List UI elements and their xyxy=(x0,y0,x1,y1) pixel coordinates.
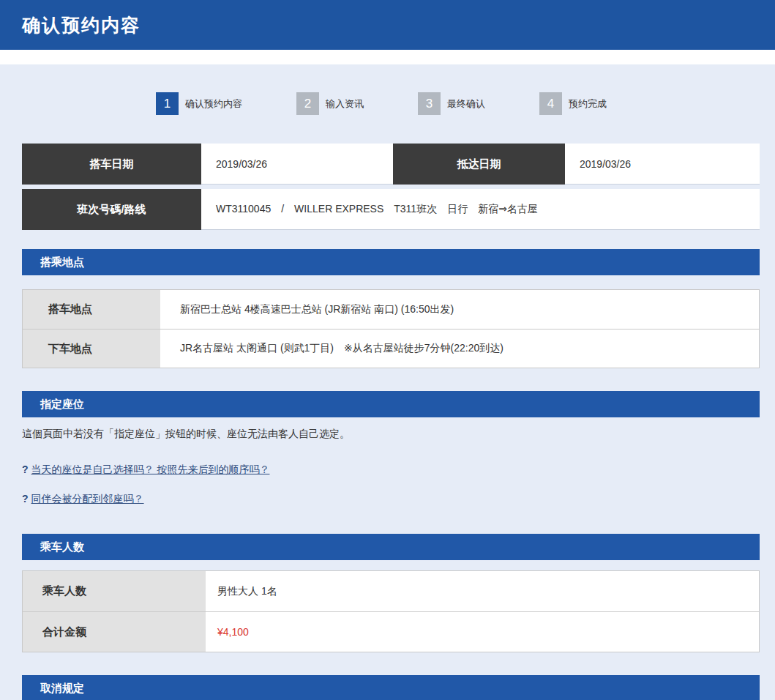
boarding-point-label-cell: 搭车地点 xyxy=(23,290,160,329)
step-3-label: 最终确认 xyxy=(447,97,485,111)
boarding-table: 搭车地点 新宿巴士总站 4楼高速巴士总站 (JR新宿站 南口) (16:50出发… xyxy=(22,289,760,368)
faq-link-companion-seat[interactable]: 同伴会被分配到邻座吗？ xyxy=(31,493,144,504)
faq-link-seat-choice[interactable]: 当天的座位是自己选择吗？ 按照先来后到的顺序吗？ xyxy=(31,463,270,475)
dropoff-point-value: JR名古屋站 太阁通口 (则武1丁目) ※从名古屋站徒步7分钟(22:20到达) xyxy=(160,329,759,368)
header-divider xyxy=(0,50,775,64)
step-4-label: 预约完成 xyxy=(569,97,607,111)
main-content: 1 确认预约内容 2 输入资讯 3 最终确认 4 预约完成 搭车日期 2019/… xyxy=(22,92,760,700)
passenger-count-value: 男性大人 1名 xyxy=(206,571,759,611)
table-row: 乘车人数 男性大人 1名 xyxy=(23,571,759,611)
dropoff-point-label-cell: 下车地点 xyxy=(23,329,160,368)
boarding-section-header: 搭乘地点 xyxy=(22,249,760,275)
total-amount-value: ¥4,100 xyxy=(206,612,759,652)
table-row: 合计金额 ¥4,100 xyxy=(23,611,759,652)
step-2-input-info: 2 输入资讯 xyxy=(296,92,364,115)
passengers-section-header: 乘车人数 xyxy=(22,534,760,560)
step-2-number: 2 xyxy=(296,92,319,115)
ride-date-label-cell: 搭车日期 xyxy=(22,144,201,185)
page-title: 确认预约内容 xyxy=(22,13,141,37)
faq-line-companion-seat: ?同伴会被分配到邻座吗？ xyxy=(22,493,760,506)
route-value: WT3110045 / WILLER EXPRESS T311班次 日行 新宿⇒… xyxy=(201,189,760,230)
question-mark-icon: ? xyxy=(22,493,29,504)
boarding-point-value: 新宿巴士总站 4楼高速巴士总站 (JR新宿站 南口) (16:50出发) xyxy=(160,290,759,329)
step-4-complete: 4 预约完成 xyxy=(539,92,607,115)
passenger-count-label-cell: 乘车人数 xyxy=(23,571,206,611)
seat-section-header: 指定座位 xyxy=(22,391,760,417)
passengers-table: 乘车人数 男性大人 1名 合计金额 ¥4,100 xyxy=(22,570,760,652)
total-amount-label-cell: 合计金额 xyxy=(23,612,206,652)
step-1-confirm: 1 确认预约内容 xyxy=(156,92,242,115)
step-1-number: 1 xyxy=(156,92,179,115)
step-3-final-confirm: 3 最终确认 xyxy=(418,92,485,115)
faq-line-seat-choice: ?当天的座位是自己选择吗？ 按照先来后到的顺序吗？ xyxy=(22,463,760,477)
step-4-number: 4 xyxy=(539,92,562,115)
table-row: 搭车日期 2019/03/26 抵达日期 2019/03/26 xyxy=(22,144,760,185)
route-label-cell: 班次号碼/路线 xyxy=(22,189,201,230)
table-row: 下车地点 JR名古屋站 太阁通口 (则武1丁目) ※从名古屋站徒步7分钟(22:… xyxy=(23,329,759,368)
table-row: 班次号碼/路线 WT3110045 / WILLER EXPRESS T311班… xyxy=(22,189,760,230)
step-3-number: 3 xyxy=(418,92,441,115)
step-1-label: 确认预约内容 xyxy=(185,97,242,111)
cancel-section-header: 取消规定 xyxy=(22,675,760,700)
step-2-label: 输入资讯 xyxy=(326,97,364,111)
question-mark-icon: ? xyxy=(22,463,29,475)
table-row: 搭车地点 新宿巴士总站 4楼高速巴士总站 (JR新宿站 南口) (16:50出发… xyxy=(23,290,759,329)
seat-note-text: 這個頁面中若没有「指定座位」按钮的时候、座位无法由客人自己选定。 xyxy=(22,428,760,441)
arrival-date-value: 2019/03/26 xyxy=(565,144,760,185)
page-header: 确认预约内容 xyxy=(0,0,775,50)
step-indicator: 1 确认预约内容 2 输入资讯 3 最终确认 4 预约完成 xyxy=(156,92,760,115)
arrival-date-label-cell: 抵达日期 xyxy=(393,144,565,185)
ride-date-value: 2019/03/26 xyxy=(201,144,393,185)
trip-summary-table: 搭车日期 2019/03/26 抵达日期 2019/03/26 班次号碼/路线 … xyxy=(22,144,760,230)
